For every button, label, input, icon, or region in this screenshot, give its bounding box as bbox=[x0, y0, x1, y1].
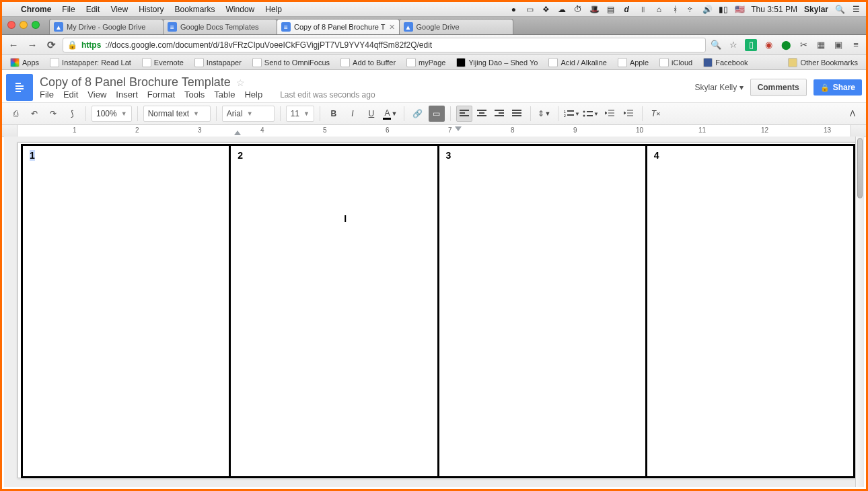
bookmark-item[interactable]: Yijing Dao – Shed Yo bbox=[452, 56, 542, 69]
hat-icon[interactable]: 🎩 bbox=[589, 5, 599, 14]
insert-image-button[interactable]: ▭ bbox=[429, 106, 445, 122]
status-icon[interactable]: ⏱ bbox=[573, 5, 583, 14]
status-icon[interactable]: ▭ bbox=[525, 5, 534, 14]
bold-button[interactable]: B bbox=[326, 106, 342, 122]
page[interactable]: 1 2 I 3 4 bbox=[17, 142, 859, 478]
align-justify-button[interactable] bbox=[509, 106, 525, 122]
left-indent-marker[interactable] bbox=[234, 130, 241, 135]
window-zoom-button[interactable] bbox=[32, 21, 40, 29]
bookmark-item[interactable]: Send to OmniFocus bbox=[248, 56, 334, 69]
cloud-icon[interactable]: ☁ bbox=[557, 5, 567, 14]
brochure-table[interactable]: 1 2 I 3 4 bbox=[21, 144, 855, 478]
paragraph-style-select[interactable]: Normal text▼ bbox=[143, 106, 211, 122]
mac-menu-edit[interactable]: Edit bbox=[81, 5, 106, 14]
extension-icon[interactable]: ▣ bbox=[832, 39, 844, 51]
underline-button[interactable]: U bbox=[363, 106, 379, 122]
text-color-button[interactable]: A ▼ bbox=[382, 106, 398, 122]
chrome-app-menu[interactable]: Chrome bbox=[15, 5, 57, 14]
menubar-clock[interactable]: Thu 3:51 PM bbox=[751, 5, 797, 14]
hide-menus-button[interactable]: ᐱ bbox=[844, 106, 861, 122]
scrollbar-thumb[interactable] bbox=[857, 138, 863, 198]
apps-button[interactable]: Apps bbox=[6, 56, 43, 69]
table-cell[interactable]: 2 I bbox=[231, 146, 439, 476]
extension-icon[interactable]: ✂ bbox=[797, 39, 809, 51]
insert-link-button[interactable] bbox=[410, 106, 426, 122]
zoom-icon[interactable]: 🔍 bbox=[710, 39, 722, 51]
menubar-user[interactable]: Skylar bbox=[804, 5, 828, 14]
other-bookmarks-button[interactable]: Other Bookmarks bbox=[784, 56, 862, 69]
flag-icon[interactable]: 🇺🇸 bbox=[735, 5, 744, 14]
docs-menu-format[interactable]: Format bbox=[147, 89, 175, 100]
bookmark-item[interactable]: Facebook bbox=[699, 56, 752, 69]
notification-center-icon[interactable]: ☰ bbox=[851, 5, 861, 14]
star-document-icon[interactable]: ☆ bbox=[236, 77, 245, 88]
status-icon[interactable]: d bbox=[622, 5, 631, 14]
bookmark-item[interactable]: myPage bbox=[402, 56, 449, 69]
reload-button[interactable]: ⟳ bbox=[44, 38, 59, 52]
table-cell[interactable]: 1 bbox=[23, 146, 231, 476]
status-icon[interactable]: ⫴ bbox=[638, 5, 647, 14]
browser-tab-active[interactable]: ≡ Copy of 8 Panel Brochure T ✕ bbox=[277, 19, 400, 34]
wifi-icon[interactable]: ᯤ bbox=[686, 5, 696, 14]
decrease-indent-button[interactable] bbox=[602, 106, 618, 122]
mac-menu-view[interactable]: View bbox=[105, 5, 133, 14]
extension-icon[interactable]: ◉ bbox=[762, 39, 774, 51]
window-minimize-button[interactable] bbox=[20, 21, 28, 29]
docs-logo-icon[interactable] bbox=[6, 74, 33, 101]
align-right-button[interactable] bbox=[491, 106, 507, 122]
address-bar[interactable]: 🔒 https ://docs.google.com/document/d/18… bbox=[63, 38, 706, 52]
docs-menu-edit[interactable]: Edit bbox=[63, 89, 78, 100]
bookmark-item[interactable]: Add to Buffer bbox=[336, 56, 400, 69]
paint-format-button[interactable] bbox=[64, 106, 80, 122]
mac-menu-file[interactable]: File bbox=[57, 5, 80, 14]
print-button[interactable] bbox=[7, 106, 24, 122]
mac-menu-help[interactable]: Help bbox=[260, 5, 287, 14]
bulleted-list-button[interactable]: ▼ bbox=[583, 106, 599, 122]
bookmark-item[interactable]: iCloud bbox=[655, 56, 696, 69]
bookmark-item[interactable]: Acid / Alkaline bbox=[544, 56, 610, 69]
docs-menu-view[interactable]: View bbox=[87, 89, 106, 100]
font-size-select[interactable]: 11▼ bbox=[286, 106, 314, 122]
clear-formatting-button[interactable]: T✕ bbox=[648, 106, 664, 122]
browser-tab[interactable]: ▲ My Drive - Google Drive bbox=[49, 19, 164, 34]
status-icon[interactable]: ▤ bbox=[606, 5, 615, 14]
bookmark-item[interactable]: Instapaper bbox=[190, 56, 246, 69]
vertical-scrollbar[interactable] bbox=[855, 137, 864, 487]
redo-button[interactable] bbox=[45, 106, 61, 122]
horizontal-ruler[interactable]: 1 2 3 4 5 6 7 8 9 10 11 12 13 bbox=[2, 125, 866, 137]
browser-tab[interactable]: ≡ Google Docs Templates bbox=[163, 19, 277, 34]
bookmark-item[interactable]: Evernote bbox=[138, 56, 188, 69]
volume-icon[interactable]: 🔊 bbox=[702, 5, 712, 14]
forward-button[interactable]: → bbox=[25, 38, 40, 52]
docs-menu-insert[interactable]: Insert bbox=[116, 89, 138, 100]
back-button[interactable]: ← bbox=[6, 38, 21, 52]
tab-close-button[interactable]: ✕ bbox=[389, 23, 395, 32]
document-title-input[interactable]: Copy of 8 Panel Brochure Template bbox=[40, 75, 231, 89]
comments-button[interactable]: Comments bbox=[750, 79, 807, 96]
docs-menu-help[interactable]: Help bbox=[244, 89, 262, 100]
status-icon[interactable]: ⌂ bbox=[654, 5, 663, 14]
table-cell[interactable]: 3 bbox=[439, 146, 647, 476]
docs-menu-table[interactable]: Table bbox=[214, 89, 235, 100]
mac-menu-history[interactable]: History bbox=[133, 5, 169, 14]
mac-menu-bookmarks[interactable]: Bookmarks bbox=[170, 5, 221, 14]
status-icon[interactable]: ❖ bbox=[541, 5, 550, 14]
chrome-menu-icon[interactable]: ≡ bbox=[850, 39, 862, 51]
bookmark-item[interactable]: Instapaper: Read Lat bbox=[46, 56, 135, 69]
mac-menu-window[interactable]: Window bbox=[221, 5, 260, 14]
share-button[interactable]: 🔒Share bbox=[813, 79, 862, 96]
align-center-button[interactable] bbox=[474, 106, 490, 122]
font-family-select[interactable]: Arial▼ bbox=[222, 106, 275, 122]
right-indent-marker[interactable] bbox=[455, 126, 462, 131]
italic-button[interactable]: I bbox=[345, 106, 361, 122]
docs-menu-file[interactable]: File bbox=[40, 89, 54, 100]
table-cell[interactable]: 4 bbox=[647, 146, 853, 476]
bookmark-item[interactable]: Apple bbox=[614, 56, 653, 69]
docs-menu-tools[interactable]: Tools bbox=[184, 89, 205, 100]
line-spacing-button[interactable]: ⇕ ▼ bbox=[536, 106, 552, 122]
extension-icon[interactable]: ▦ bbox=[815, 39, 827, 51]
increase-indent-button[interactable] bbox=[620, 106, 637, 122]
status-icon[interactable]: ● bbox=[509, 5, 518, 14]
bluetooth-icon[interactable]: ᚼ bbox=[670, 5, 680, 14]
extension-icon[interactable]: ⬤ bbox=[780, 39, 792, 51]
